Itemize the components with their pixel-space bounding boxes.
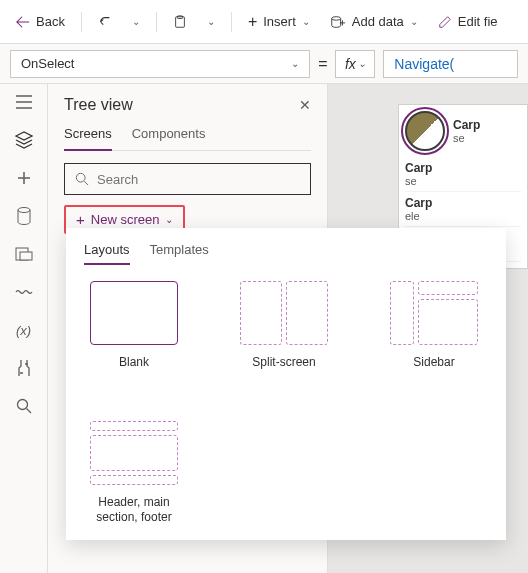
add-data-label: Add data <box>352 14 404 29</box>
gallery-image-selected[interactable] <box>405 111 445 151</box>
plus-icon: + <box>76 211 85 228</box>
edit-fields-label: Edit fie <box>458 14 498 29</box>
gallery-title: Carp <box>453 118 480 132</box>
clipboard-icon <box>173 15 187 29</box>
variables-rail-icon[interactable]: (x) <box>14 320 34 340</box>
left-rail: (x) <box>0 84 48 573</box>
separator <box>156 12 157 32</box>
fx-button[interactable]: fx ⌄ <box>335 50 375 78</box>
media-rail-icon[interactable] <box>14 244 34 264</box>
insert-rail-icon[interactable] <box>14 168 34 188</box>
insert-button[interactable]: + Insert ⌄ <box>240 9 318 35</box>
hamburger-icon[interactable] <box>14 92 34 112</box>
undo-icon <box>98 15 112 29</box>
undo-button[interactable] <box>90 11 120 33</box>
property-name: OnSelect <box>21 56 74 71</box>
search-icon <box>75 172 89 186</box>
layout-sidebar[interactable]: Sidebar <box>384 281 484 371</box>
plus-icon: + <box>248 13 257 31</box>
chevron-down-icon: ⌄ <box>165 214 173 225</box>
equals-sign: = <box>318 55 327 73</box>
add-data-button[interactable]: Add data ⌄ <box>322 10 426 33</box>
svg-rect-5 <box>20 252 32 260</box>
database-icon <box>330 15 346 29</box>
formula-input[interactable]: Navigate( <box>383 50 518 78</box>
svg-point-6 <box>17 400 27 410</box>
layout-grid: Blank Split-screen Sidebar Header, main … <box>84 281 488 526</box>
tree-view-title: Tree view <box>64 96 133 114</box>
back-button[interactable]: Back <box>8 10 73 33</box>
top-toolbar: Back ⌄ ⌄ + Insert ⌄ Add data ⌄ Edit fie <box>0 0 528 44</box>
paste-dropdown[interactable]: ⌄ <box>199 12 223 31</box>
layout-label: Split-screen <box>252 355 315 371</box>
layout-blank[interactable]: Blank <box>84 281 184 371</box>
search-rail-icon[interactable] <box>14 396 34 416</box>
row-sub: se <box>405 175 521 187</box>
row-title: Carp <box>405 161 521 175</box>
blank-preview-icon <box>90 281 178 345</box>
search-input[interactable] <box>97 172 300 187</box>
undo-dropdown[interactable]: ⌄ <box>124 12 148 31</box>
search-box[interactable] <box>64 163 311 195</box>
gallery-row[interactable]: Carp ele <box>405 192 521 227</box>
tab-layouts[interactable]: Layouts <box>84 242 130 265</box>
layout-label: Header, main section, footer <box>84 495 184 526</box>
flyout-tabs: Layouts Templates <box>84 242 488 265</box>
chevron-down-icon: ⌄ <box>132 16 140 27</box>
tools-rail-icon[interactable] <box>14 358 34 378</box>
new-screen-flyout: Layouts Templates Blank Split-screen Sid… <box>66 228 506 540</box>
formula-bar: OnSelect ⌄ = fx ⌄ Navigate( <box>0 44 528 84</box>
tab-templates[interactable]: Templates <box>150 242 209 265</box>
formula-value: Navigate( <box>394 56 454 72</box>
paste-button[interactable] <box>165 11 195 33</box>
layout-split-screen[interactable]: Split-screen <box>234 281 334 371</box>
separator <box>231 12 232 32</box>
new-screen-label: New screen <box>91 212 160 227</box>
layout-label: Blank <box>119 355 149 371</box>
fx-label: fx <box>345 56 356 72</box>
gallery-selected-row[interactable]: Carp se <box>405 111 521 151</box>
row-sub: ele <box>405 210 521 222</box>
chevron-down-icon: ⌄ <box>358 58 366 69</box>
layout-header-main-footer[interactable]: Header, main section, footer <box>84 421 184 526</box>
data-rail-icon[interactable] <box>14 206 34 226</box>
row-title: Carp <box>405 196 521 210</box>
insert-label: Insert <box>263 14 296 29</box>
tree-tabs: Screens Components <box>64 126 311 151</box>
back-label: Back <box>36 14 65 29</box>
tab-components[interactable]: Components <box>132 126 206 150</box>
chevron-down-icon: ⌄ <box>291 58 299 69</box>
edit-fields-button[interactable]: Edit fie <box>430 10 506 33</box>
close-icon[interactable]: ✕ <box>299 97 311 113</box>
property-selector[interactable]: OnSelect ⌄ <box>10 50 310 78</box>
svg-point-2 <box>332 16 341 20</box>
split-preview-icon <box>240 281 328 345</box>
svg-point-7 <box>76 173 85 182</box>
tab-screens[interactable]: Screens <box>64 126 112 151</box>
layout-label: Sidebar <box>413 355 454 371</box>
sidebar-preview-icon <box>390 281 478 345</box>
separator <box>81 12 82 32</box>
gallery-subtitle: se <box>453 132 480 144</box>
flows-rail-icon[interactable] <box>14 282 34 302</box>
edit-icon <box>438 15 452 29</box>
chevron-down-icon: ⌄ <box>410 16 418 27</box>
chevron-down-icon: ⌄ <box>302 16 310 27</box>
gallery-row[interactable]: Carp se <box>405 157 521 192</box>
arrow-left-icon <box>16 15 30 29</box>
chevron-down-icon: ⌄ <box>207 16 215 27</box>
hmf-preview-icon <box>90 421 178 485</box>
svg-point-3 <box>18 208 30 213</box>
tree-view-icon[interactable] <box>14 130 34 150</box>
